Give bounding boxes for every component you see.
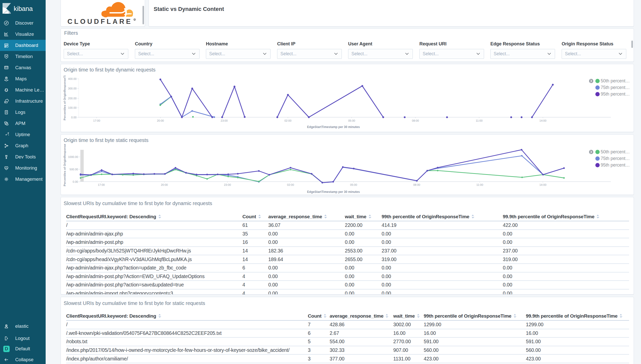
svg-text:300.00: 300.00 (68, 87, 77, 90)
svg-text:11:00: 11:00 (476, 119, 483, 122)
svg-text:EdgeStartTimestamp per 30 minu: EdgeStartTimestamp per 30 minutes (307, 125, 360, 129)
svg-text:23:00: 23:00 (224, 183, 231, 186)
svg-text:02:00: 02:00 (284, 119, 292, 122)
svg-text:20:00: 20:00 (161, 183, 168, 186)
svg-text:11:00: 11:00 (476, 183, 483, 186)
svg-text:200.00: 200.00 (68, 97, 77, 100)
svg-text:EdgeStartTimestamp per 30 minu: EdgeStartTimestamp per 30 minutes (307, 190, 360, 194)
svg-text:Percentiles of OriginResponseT: Percentiles of OriginResponseTi (63, 75, 66, 120)
svg-text:08:00: 08:00 (413, 183, 420, 186)
svg-text:17:00: 17:00 (98, 183, 105, 186)
svg-text:23:00: 23:00 (221, 119, 228, 122)
svg-text:CLOUDFLARE: CLOUDFLARE (67, 18, 132, 25)
svg-text:14:00: 14:00 (539, 119, 546, 122)
svg-text:20:00: 20:00 (157, 119, 164, 122)
svg-text:17:00: 17:00 (93, 119, 100, 122)
svg-text:08:00: 08:00 (412, 119, 419, 122)
svg-text:Percentiles of OriginResponse: Percentiles of OriginResponse (63, 144, 66, 186)
svg-text:14:00: 14:00 (539, 183, 546, 186)
svg-text:02:00: 02:00 (287, 183, 294, 186)
svg-text:1000.00: 1000.00 (68, 155, 78, 158)
svg-text:400.00: 400.00 (68, 77, 77, 80)
svg-text:0.00: 0.00 (71, 116, 77, 119)
svg-text:100.00: 100.00 (68, 106, 77, 109)
svg-text:R: R (134, 19, 135, 21)
svg-text:0.00: 0.00 (73, 180, 78, 183)
svg-text:500.00: 500.00 (69, 168, 78, 171)
svg-text:05:00: 05:00 (348, 119, 355, 122)
svg-text:05:00: 05:00 (350, 183, 357, 186)
